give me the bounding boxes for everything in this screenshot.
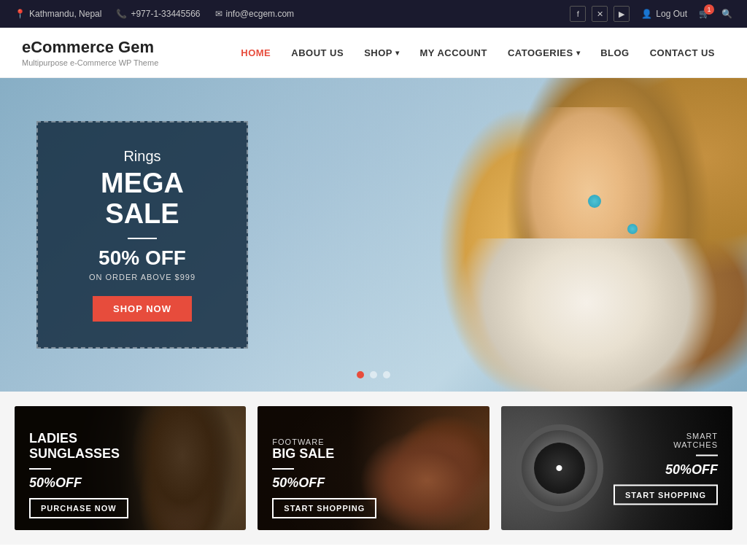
main-nav: HOME ABOUT US SHOP ▾ MY ACCOUNT CATOGERI… xyxy=(231,42,725,64)
nav-blog-label: BLOG xyxy=(600,47,630,58)
hero-condition: ON ORDER ABOVE $999 xyxy=(67,273,217,281)
email-text: info@ecgem.com xyxy=(226,9,295,19)
location-text: Kathmandu, Nepal xyxy=(29,9,101,19)
user-icon: 👤 xyxy=(641,9,652,19)
nav-categories[interactable]: CATOGERIES ▾ xyxy=(498,42,590,64)
slider-dot-3[interactable] xyxy=(383,371,390,378)
nav-categories-label: CATOGERIES xyxy=(508,47,573,58)
chevron-down-icon-2: ▾ xyxy=(576,49,581,57)
hero-promo-box: Rings MEGA SALE 50% OFF ON ORDER ABOVE $… xyxy=(36,121,248,349)
nav-about[interactable]: ABOUT US xyxy=(281,42,354,64)
promo-2-cta[interactable]: START SHOPPING xyxy=(272,498,376,518)
logo-title: eCommerce Gem xyxy=(22,38,158,57)
promo-2-discount: 50%OFF xyxy=(272,475,376,491)
promo-2-divider xyxy=(272,468,294,470)
search-button[interactable]: 🔍 xyxy=(721,9,732,19)
promo-3-divider xyxy=(696,455,718,456)
top-bar-right: f ✕ ▶ 👤 Log Out 🛒 1 🔍 xyxy=(570,6,732,22)
promo-3-label: SMARTWATCHES xyxy=(614,432,718,449)
promo-2-label: FOOTWARE xyxy=(272,438,376,446)
promo-1-content: LADIESSUNGLASSES 50%OFF PURCHASE NOW xyxy=(15,419,143,530)
promo-card-footwear[interactable]: FOOTWARE BIG SALE 50%OFF START SHOPPING xyxy=(258,406,489,530)
email-item: info@ecgem.com xyxy=(215,9,295,19)
promo-1-discount: 50%OFF xyxy=(29,475,128,491)
phone-icon xyxy=(116,9,127,19)
slider-dot-1[interactable] xyxy=(357,371,364,378)
hero-ring-accent-1 xyxy=(588,195,601,208)
watch-inner: ⬤ xyxy=(534,443,585,494)
top-bar-left: Kathmandu, Nepal +977-1-33445566 info@ec… xyxy=(15,9,294,19)
nav-shop-label: SHOP xyxy=(364,47,392,58)
promo-card-sunglasses[interactable]: LADIESSUNGLASSES 50%OFF PURCHASE NOW xyxy=(15,406,246,530)
promo-1-cta[interactable]: PURCHASE NOW xyxy=(29,498,128,518)
phone-text: +977-1-33445566 xyxy=(131,9,200,19)
email-icon xyxy=(215,9,222,19)
twitter-icon[interactable]: ✕ xyxy=(592,6,608,22)
hero-title: MEGA SALE xyxy=(67,168,217,230)
promo-2-content: FOOTWARE BIG SALE 50%OFF START SHOPPING xyxy=(258,426,391,530)
logo-subtitle: Multipurpose e-Commerce WP Theme xyxy=(22,58,158,67)
logo[interactable]: eCommerce Gem Multipurpose e-Commerce WP… xyxy=(22,38,158,67)
hero-cta-button[interactable]: SHOP NOW xyxy=(93,296,192,322)
promo-3-content: SMARTWATCHES 50%OFF START SHOPPING xyxy=(614,432,718,505)
nav-home-label: HOME xyxy=(241,47,271,58)
nav-account-label: MY ACCOUNT xyxy=(420,47,487,58)
promo-3-discount: 50%OFF xyxy=(614,462,718,478)
hero-clothing-layer xyxy=(448,238,725,392)
hero-discount: 50% OFF xyxy=(67,246,217,270)
nav-blog[interactable]: BLOG xyxy=(590,42,640,64)
facebook-icon[interactable]: f xyxy=(570,6,586,22)
nav-about-label: ABOUT US xyxy=(291,47,344,58)
cart-button[interactable]: 🛒 1 xyxy=(699,9,710,19)
logout-button[interactable]: 👤 Log Out xyxy=(641,9,687,19)
hero-image xyxy=(224,78,747,392)
hero-ring-accent-2 xyxy=(627,224,638,234)
promo-1-divider xyxy=(29,468,51,470)
header: eCommerce Gem Multipurpose e-Commerce WP… xyxy=(0,28,747,78)
promo-card-watches[interactable]: ⬤ SMARTWATCHES 50%OFF START SHOPPING xyxy=(501,406,732,530)
logout-label: Log Out xyxy=(656,9,687,19)
promo-section: LADIESSUNGLASSES 50%OFF PURCHASE NOW FOO… xyxy=(0,392,747,545)
promo-1-title: LADIESSUNGLASSES xyxy=(29,431,128,462)
social-icons: f ✕ ▶ xyxy=(570,6,630,22)
slider-dot-2[interactable] xyxy=(370,371,377,378)
nav-home[interactable]: HOME xyxy=(231,42,281,64)
top-bar: Kathmandu, Nepal +977-1-33445566 info@ec… xyxy=(0,0,747,28)
promo-3-cta[interactable]: START SHOPPING xyxy=(614,485,718,505)
promo-2-title: BIG SALE xyxy=(272,446,376,462)
hero-subtitle: Rings xyxy=(67,148,217,165)
nav-account[interactable]: MY ACCOUNT xyxy=(410,42,498,64)
nav-contact[interactable]: CONTACT US xyxy=(640,42,725,64)
chevron-down-icon: ▾ xyxy=(395,49,400,57)
nav-shop[interactable]: SHOP ▾ xyxy=(354,42,409,64)
cart-badge: 1 xyxy=(704,4,714,15)
youtube-icon[interactable]: ▶ xyxy=(614,6,630,22)
hero-divider xyxy=(128,238,157,239)
slider-dots xyxy=(357,371,390,378)
location-item: Kathmandu, Nepal xyxy=(15,9,101,19)
phone-item: +977-1-33445566 xyxy=(116,9,200,19)
hero-section: Rings MEGA SALE 50% OFF ON ORDER ABOVE $… xyxy=(0,78,747,392)
location-icon xyxy=(15,9,26,19)
nav-contact-label: CONTACT US xyxy=(650,47,715,58)
hero-content: Rings MEGA SALE 50% OFF ON ORDER ABOVE $… xyxy=(36,121,248,349)
